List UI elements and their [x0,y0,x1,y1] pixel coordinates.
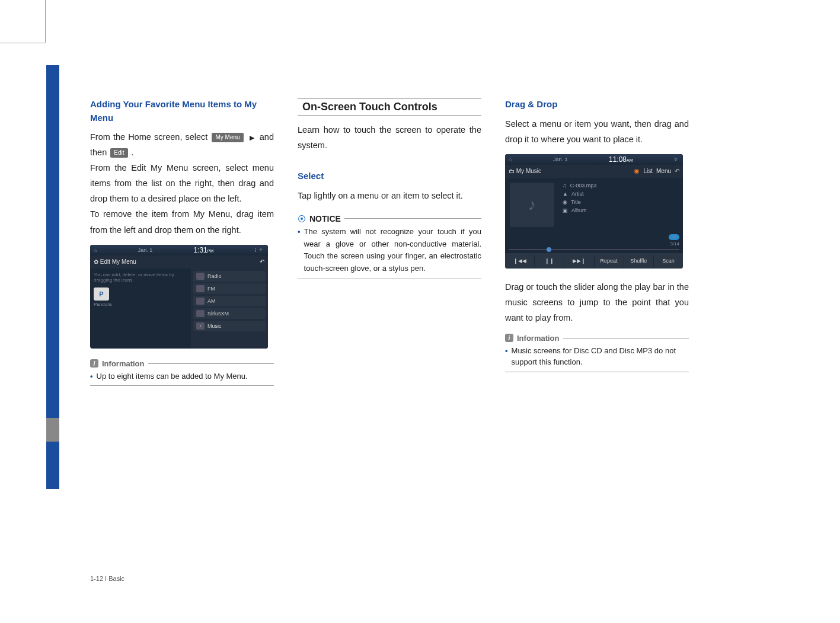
list-item: SiriusXM [193,308,266,319]
ss2-controls: ❙◀◀ ❙❙ ▶▶❙ Repeat Shuffle Scan [505,253,683,269]
info-bullet: • Music screens for Disc CD and Disc MP3… [505,345,689,368]
ss1-subbar: ✿ Edit My Menu ↶ [90,255,268,269]
pandora-label: Pandora [94,302,187,307]
info-bullet: • Up to eight items can be added to My M… [90,370,274,382]
col2-subheading: Select [298,170,481,183]
page-content: Adding Your Favorite Menu Items to My Me… [90,98,742,386]
col1-info-box: i Information • Up to eight items can be… [90,359,274,386]
col3-para1: Select a menu or item you want, then dra… [505,116,689,147]
ss2-time: 11:08 [609,155,627,164]
menu-btn: Menu [656,168,671,174]
info-bullet-text: Music screens for Disc CD and Disc MP3 d… [512,345,689,368]
info-icon: i [505,334,513,342]
pandora-icon: P [94,287,109,301]
arrow-icon: ▶ [250,134,255,141]
album-art-icon: ♪ [510,183,554,227]
pause-button: ❙❙ [535,255,564,267]
ss1-hint: You can add, delete, or move items by dr… [94,272,187,283]
ss1-topbar: ⌂ Jan. 1 1:31PM ⋮ ᯤ [90,245,268,255]
wifi-icon: ⋮ ᯤ [254,247,264,253]
back-icon: ↶ [675,168,679,174]
ss2-time-suffix: AM [627,158,633,162]
info-label: Information [517,334,560,343]
column-3: Drag & Drop Select a menu or item you wa… [505,98,689,386]
prev-button: ❙◀◀ [505,255,535,267]
notice-bullet-text: The system will not recognize your touch… [304,226,481,275]
ss1-left-pane: You can add, delete, or move items by dr… [90,269,191,349]
col2-para2: Tap lightly on a menu or an item to sele… [298,188,481,203]
divider-line [505,372,689,372]
ss1-time-suffix: PM [207,249,214,253]
left-gray-tab [46,418,59,442]
divider-line [563,338,689,338]
info-icon: i [90,359,98,368]
col1-heading: Adding Your Favorite Menu Items to My Me… [90,98,274,124]
gear-icon: ✿ [94,258,98,265]
section-title-wrap: On-Screen Touch Controls [298,98,481,116]
mymusic-screenshot: ⌂ Jan. 1 11:08AM ᯤ 🗀 My Music ◉ List Men… [505,154,683,269]
album-icon: ▣ [563,207,568,213]
col1-para1-c: . [132,148,134,157]
siriusxm-icon [196,310,205,317]
info-header: i Information [505,334,689,343]
ss2-subbar: 🗀 My Music ◉ List Menu ↶ [505,165,683,178]
ss2-date: Jan. 1 [553,156,568,162]
scan-button: Scan [654,255,683,267]
radio-icon [196,298,205,305]
col3-info-box: i Information • Music screens for Disc C… [505,334,689,372]
artist-label: Artist [571,191,584,197]
column-1: Adding Your Favorite Menu Items to My Me… [90,98,274,386]
title-label: Title [571,199,581,205]
home-icon: ⌂ [509,156,512,162]
ss1-body: You can add, delete, or move items by dr… [90,269,268,349]
notice-label: NOTICE [309,214,341,223]
ss2-body: ♪ ♫C-003.mp3 ▲Artist ◉Title ▣Album ⤨ 3/1… [505,178,683,246]
page-footer: 1-12 I Basic [90,575,124,582]
item-label: SiriusXM [207,311,229,317]
ss2-progress [505,246,683,253]
list-item: FM [193,283,266,294]
item-label: FM [207,286,215,292]
ss1-time: 1:31 [193,246,207,254]
list-btn: List [643,168,653,174]
col1-para3: To remove the item from My Menu, drag it… [90,206,274,237]
col3-para2: Drag or touch the slider along the play … [505,279,689,325]
divider-line [148,363,274,364]
progress-thumb [547,247,551,252]
ss1-date: Jan. 1 [138,247,153,253]
home-icon: ⌂ [94,247,97,253]
progress-bar [509,249,679,250]
ss2-topbar: ⌂ Jan. 1 11:08AM ᯤ [505,154,683,165]
ss1-title: Edit My Menu [100,258,136,265]
list-item: ♪Music [193,321,266,331]
column-2: On-Screen Touch Controls Learn how to to… [298,98,481,386]
bullet-dot: • [90,370,93,382]
info-label: Information [102,359,145,368]
section-title: On-Screen Touch Controls [302,101,437,113]
next-button: ▶▶❙ [564,255,594,267]
item-label: Radio [207,273,222,279]
col1-para2: From the Edit My Menu screen, select men… [90,160,274,206]
bullet-dot: • [505,345,508,368]
bullet-dot: • [298,226,301,275]
info-bullet-text: Up to eight items can be added to My Men… [97,370,248,382]
edit-mymenu-screenshot: ⌂ Jan. 1 1:31PM ⋮ ᯤ ✿ Edit My Menu ↶ You… [90,245,268,349]
col2-para1: Learn how to touch the screen to operate… [298,122,481,153]
radio-icon [196,285,205,292]
col3-heading: Drag & Drop [505,98,689,111]
item-label: AM [207,298,216,304]
edit-button: Edit [110,148,127,158]
shuffle-badge-icon: ⤨ [669,234,679,240]
ss2-music-info: ♫C-003.mp3 ▲Artist ◉Title ▣Album [559,178,683,246]
corner-h-line [0,43,45,43]
col1-para1: From the Home screen, select My Menu ▶ a… [90,129,274,160]
my-menu-button: My Menu [212,133,243,142]
folder-icon: 🗀 [509,168,515,174]
list-item: AM [193,296,266,306]
shuffle-button: Shuffle [624,255,654,267]
wifi-icon: ᯤ [674,156,679,162]
ss1-pandora-item: P Pandora [94,287,187,307]
ss2-right-controls: ◉ List Menu ↶ [634,167,679,175]
music-icon: ♪ [196,322,205,330]
album-label: Album [571,207,587,213]
